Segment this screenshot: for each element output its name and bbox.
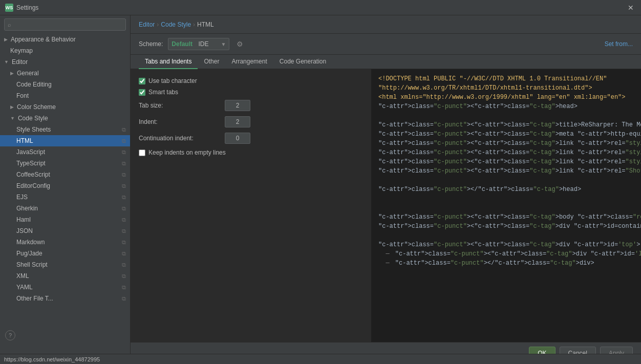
- indent-label: Indent:: [139, 118, 221, 125]
- sidebar-item-yaml[interactable]: YAML⧉: [0, 282, 130, 293]
- sidebar-item-keymap[interactable]: Keymap: [0, 45, 130, 56]
- continuation-indent-input[interactable]: [225, 133, 250, 144]
- code-line-4: [378, 111, 634, 120]
- copy-icon-ejs: ⧉: [122, 194, 126, 201]
- keep-indents-checkbox[interactable]: [139, 149, 145, 156]
- indent-input[interactable]: [225, 116, 250, 127]
- sidebar-label-font: Font: [16, 92, 29, 99]
- search-input[interactable]: [13, 22, 122, 28]
- sidebar-item-color-scheme[interactable]: ▶Color Scheme: [0, 101, 130, 113]
- sidebar-label-typescript: TypeScript: [16, 160, 46, 167]
- settings-left: Use tab character Smart tabs Tab size: I…: [131, 69, 371, 342]
- arrow-icon-color-scheme: ▶: [10, 104, 14, 110]
- keep-indents-row: Keep indents on empty lines: [139, 149, 362, 156]
- close-button[interactable]: ✕: [626, 3, 636, 13]
- sidebar-item-editorconfig[interactable]: EditorConfig⧉: [0, 180, 130, 191]
- code-line-11: [378, 176, 634, 185]
- sidebar-item-markdown[interactable]: Markdown⧉: [0, 237, 130, 248]
- smart-tabs-checkbox[interactable]: [139, 89, 145, 96]
- arrow-icon-editor: ▼: [4, 59, 9, 65]
- sidebar-items-container: ▶Appearance & BehaviorKeymap▼Editor▶Gene…: [0, 34, 130, 304]
- copy-icon-coffeescript: ⧉: [122, 172, 126, 178]
- code-line-9: "c-attr">class="c-punct"><"c-attr">class…: [378, 157, 634, 166]
- code-line-15: "c-attr">class="c-punct"><"c-attr">class…: [378, 212, 634, 222]
- code-line-5: "c-attr">class="c-punct"><"c-attr">class…: [378, 120, 634, 130]
- sidebar-item-style-sheets[interactable]: Style Sheets⧉: [0, 124, 130, 135]
- sidebar-label-appearance-behavior: Appearance & Behavior: [11, 36, 76, 43]
- sidebar-label-markdown: Markdown: [16, 239, 45, 246]
- sidebar-label-gherkin: Gherkin: [16, 205, 38, 212]
- help-button[interactable]: ?: [5, 330, 15, 340]
- scheme-select[interactable]: Default IDE ▼: [168, 38, 229, 50]
- code-line-20: — "c-attr">class="c-punct"></"c-attr">cl…: [378, 259, 634, 268]
- set-from-link[interactable]: Set from...: [605, 40, 633, 48]
- sidebar-item-shell-script[interactable]: Shell Script⧉: [0, 259, 130, 270]
- sidebar-item-editor[interactable]: ▼Editor: [0, 56, 130, 68]
- sidebar-item-coffeescript[interactable]: CoffeeScript⧉: [0, 169, 130, 180]
- code-line-3: "c-attr">class="c-punct"><"c-attr">class…: [378, 102, 634, 111]
- sidebar: ⌕ ▶Appearance & BehaviorKeymap▼Editor▶Ge…: [0, 15, 131, 364]
- tab-tabs-indents[interactable]: Tabs and Indents: [139, 55, 198, 69]
- arrow-icon-general: ▶: [10, 71, 14, 76]
- code-line-10: "c-attr">class="c-punct"><"c-attr">class…: [378, 166, 634, 176]
- copy-icon-yaml: ⧉: [122, 284, 126, 291]
- breadcrumb: Editor › Code Style › HTML: [139, 21, 214, 28]
- sidebar-item-general[interactable]: ▶General: [0, 68, 130, 79]
- copy-icon-json: ⧉: [122, 228, 126, 234]
- code-line-6: "c-attr">class="c-punct"><"c-attr">class…: [378, 130, 634, 139]
- settings-panel: Use tab character Smart tabs Tab size: I…: [131, 69, 641, 342]
- scheme-gear-button[interactable]: ⚙: [234, 39, 245, 49]
- title-bar-left: WS Settings: [5, 4, 38, 12]
- copy-icon-html: ⧉: [122, 138, 126, 144]
- sidebar-item-html[interactable]: HTML⧉: [0, 135, 130, 146]
- breadcrumb-codestyle[interactable]: Code Style: [161, 21, 191, 28]
- sidebar-item-other-filetypes[interactable]: Other File T...⧉: [0, 293, 130, 304]
- code-line-12: "c-attr">class="c-punct"></"c-attr">clas…: [378, 185, 634, 194]
- sidebar-item-code-style[interactable]: ▼Code Style: [0, 113, 130, 124]
- copy-icon-javascript: ⧉: [122, 149, 126, 156]
- sidebar-label-editor: Editor: [12, 58, 28, 66]
- code-line-1: "http://www.w3.org/TR/xhtml1/DTD/xhtml1-…: [378, 83, 634, 93]
- keep-indents-label: Keep indents on empty lines: [148, 149, 226, 156]
- copy-icon-editorconfig: ⧉: [122, 183, 126, 189]
- use-tab-character-label: Use tab character: [148, 77, 197, 84]
- tab-other[interactable]: Other: [198, 55, 225, 69]
- copy-icon-markdown: ⧉: [122, 239, 126, 246]
- search-box[interactable]: ⌕: [4, 18, 126, 31]
- tabs-container: Tabs and IndentsOtherArrangementCode Gen…: [139, 55, 332, 69]
- code-preview: <!DOCTYPE html PUBLIC "-//W3C//DTD XHTML…: [371, 69, 641, 342]
- sidebar-item-xml[interactable]: XML⧉: [0, 270, 130, 282]
- sidebar-label-code-style: Code Style: [18, 115, 48, 122]
- code-line-2: <html xmlns="http://www.w3.org/1999/xhtm…: [378, 93, 634, 102]
- sidebar-item-pug-jade[interactable]: Pug/Jade⧉: [0, 248, 130, 259]
- sidebar-item-haml[interactable]: Haml⧉: [0, 214, 130, 225]
- scheme-type: [195, 40, 196, 48]
- sidebar-item-javascript[interactable]: JavaScript⧉: [0, 146, 130, 158]
- sidebar-item-typescript[interactable]: TypeScript⧉: [0, 158, 130, 169]
- copy-icon-style-sheets: ⧉: [122, 126, 126, 133]
- sidebar-item-json[interactable]: JSON⧉: [0, 225, 130, 237]
- sidebar-label-style-sheets: Style Sheets: [16, 126, 51, 133]
- code-line-0: <!DOCTYPE html PUBLIC "-//W3C//DTD XHTML…: [378, 74, 634, 83]
- sidebar-item-font[interactable]: Font: [0, 90, 130, 101]
- breadcrumb-html: HTML: [197, 21, 214, 28]
- tab-size-row: Tab size:: [139, 100, 362, 111]
- tabs-row: Tabs and IndentsOtherArrangementCode Gen…: [131, 55, 641, 69]
- tab-size-input[interactable]: [225, 100, 250, 111]
- sidebar-item-code-editing[interactable]: Code Editing: [0, 79, 130, 90]
- search-icon: ⌕: [8, 22, 11, 28]
- sidebar-item-appearance-behavior[interactable]: ▶Appearance & Behavior: [0, 34, 130, 45]
- tab-arrangement[interactable]: Arrangement: [225, 55, 273, 69]
- sidebar-label-general: General: [17, 70, 39, 77]
- sidebar-item-ejs[interactable]: EJS⧉: [0, 191, 130, 203]
- sidebar-label-other-filetypes: Other File T...: [16, 295, 53, 302]
- sidebar-label-ejs: EJS: [16, 194, 28, 201]
- use-tab-character-checkbox[interactable]: [139, 78, 145, 84]
- breadcrumb-editor[interactable]: Editor: [139, 21, 155, 28]
- code-line-16: "c-attr">class="c-punct"><"c-attr">class…: [378, 222, 634, 231]
- tab-code-generation[interactable]: Code Generation: [273, 55, 332, 69]
- app-icon: WS: [5, 4, 13, 12]
- sidebar-item-gherkin[interactable]: Gherkin⧉: [0, 203, 130, 214]
- sidebar-label-code-editing: Code Editing: [16, 81, 52, 88]
- main-container: ⌕ ▶Appearance & BehaviorKeymap▼Editor▶Ge…: [0, 15, 641, 364]
